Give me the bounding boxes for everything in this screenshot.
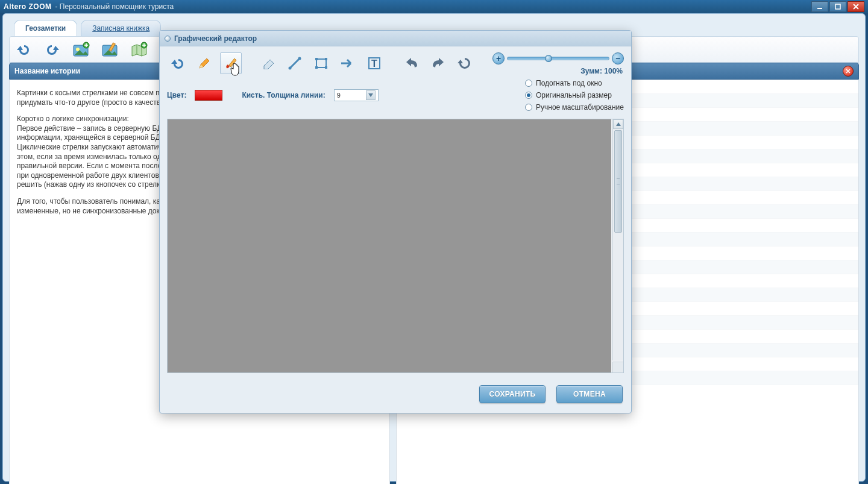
zoom-in-icon[interactable]: +	[492, 52, 505, 64]
tab-label: Геозаметки	[25, 24, 66, 33]
color-swatch[interactable]	[195, 90, 222, 101]
svg-rect-14	[315, 66, 318, 69]
scrollbar-thumb[interactable]	[614, 130, 622, 233]
zoom-mode-radios: Подогнать под окно Оригинальный размер Р…	[525, 79, 624, 112]
canvas[interactable]	[168, 119, 611, 372]
modal-title-text: Графический редактор	[174, 34, 257, 43]
tab-label: Записная книжка	[92, 24, 149, 33]
color-label: Цвет:	[167, 91, 186, 99]
radio-label: Ручное масштабирование	[536, 103, 624, 112]
app-name: Altero ZOOM	[4, 2, 52, 11]
tab-geonotes[interactable]: Геозаметки	[14, 20, 77, 36]
graphic-editor-modal: Графический редактор T + − Зумм: 100% Цв…	[159, 30, 632, 413]
redo-curve-icon[interactable]	[427, 52, 449, 74]
editor-options-row: Цвет: Кисть. Толщина линии: 9 Подогнать …	[160, 77, 631, 116]
maximize-button[interactable]	[829, 1, 846, 12]
close-button[interactable]	[848, 1, 864, 12]
pencil-tool-icon[interactable]	[193, 52, 215, 74]
rectangle-tool-icon[interactable]	[310, 52, 332, 74]
svg-rect-12	[315, 58, 318, 60]
svg-rect-15	[325, 66, 327, 69]
radio-original[interactable]: Оригинальный размер	[525, 91, 624, 99]
cancel-button[interactable]: ОТМЕНА	[556, 385, 623, 403]
button-label: СОХРАНИТЬ	[489, 390, 536, 398]
story-panel-title: Название истории	[14, 67, 80, 75]
scroll-up-icon[interactable]	[613, 119, 623, 129]
svg-line-8	[290, 58, 300, 68]
zoom-out-icon[interactable]: −	[612, 52, 624, 64]
svg-text:T: T	[371, 58, 377, 69]
add-map-icon[interactable]	[130, 40, 148, 58]
text-tool-icon[interactable]: T	[363, 52, 385, 74]
radio-label: Подогнать под окно	[536, 79, 602, 87]
undo-icon[interactable]	[14, 40, 33, 58]
scroll-corner	[612, 362, 623, 372]
svg-rect-13	[325, 58, 327, 60]
arrow-tool-icon[interactable]	[337, 52, 359, 74]
brush-width-select[interactable]: 9	[334, 89, 379, 101]
canvas-wrap	[167, 119, 624, 373]
brush-tool-icon[interactable]	[220, 52, 242, 74]
modal-titlebar[interactable]: Графический редактор	[160, 31, 631, 46]
editor-toolbar: T + −	[160, 46, 631, 77]
vertical-scrollbar[interactable]	[612, 119, 623, 360]
zoom-readout: Зумм: 100%	[580, 67, 623, 75]
radio-label: Оригинальный размер	[536, 91, 612, 99]
undo-curve-icon[interactable]	[401, 52, 423, 74]
modal-footer: СОХРАНИТЬ ОТМЕНА	[160, 380, 631, 413]
undo-tool-icon[interactable]	[167, 52, 189, 74]
zoom-slider[interactable]	[507, 57, 609, 60]
edit-image-icon[interactable]	[101, 40, 119, 58]
zoom-slider-thumb[interactable]	[545, 55, 552, 62]
eraser-tool-icon[interactable]	[257, 52, 279, 74]
titlebar: Altero ZOOM - Персональный помощник тури…	[0, 0, 868, 13]
brush-width-value: 9	[337, 92, 341, 99]
zoom-controls: + −	[492, 52, 624, 64]
minimize-button[interactable]	[811, 1, 828, 12]
close-panel-icon[interactable]	[843, 66, 854, 77]
chevron-down-icon[interactable]	[366, 90, 376, 100]
radio-fit[interactable]: Подогнать под окно	[525, 79, 624, 87]
redo-icon[interactable]	[43, 40, 61, 58]
svg-rect-1	[835, 4, 840, 9]
svg-rect-11	[316, 59, 326, 68]
add-image-icon[interactable]	[72, 40, 90, 58]
radio-manual[interactable]: Ручное масштабирование	[525, 103, 624, 112]
modal-dot-icon	[165, 36, 171, 42]
svg-rect-0	[817, 8, 822, 9]
brush-label: Кисть. Толщина линии:	[242, 91, 325, 99]
app-subtitle: - Персональный помощник туриста	[55, 2, 174, 11]
save-button[interactable]: СОХРАНИТЬ	[479, 385, 546, 403]
svg-point-9	[289, 67, 292, 70]
rotate-tool-icon[interactable]	[454, 52, 476, 74]
tab-notebook[interactable]: Записная книжка	[81, 20, 161, 36]
line-tool-icon[interactable]	[284, 52, 306, 74]
svg-point-10	[298, 57, 301, 60]
button-label: ОТМЕНА	[573, 390, 606, 398]
